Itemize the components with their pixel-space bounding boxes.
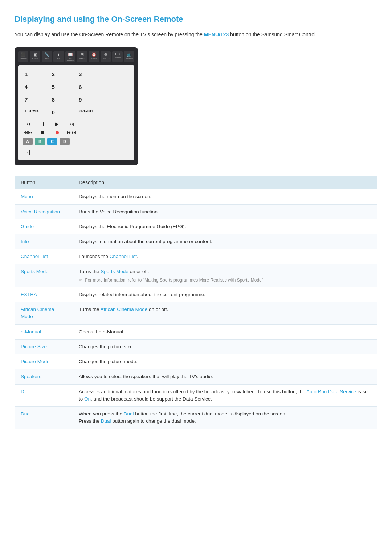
- desc-menu: Displays the menu on the screen.: [73, 189, 377, 204]
- table-row: Menu Displays the menu on the screen.: [15, 189, 377, 204]
- remote-numpad-grid: 1 2 3 4 5 6 7 8 9 TTX/MIX 0 PRE-CH: [23, 68, 130, 118]
- intro-text: You can display and use the On-Screen Re…: [15, 30, 377, 38]
- remote-icon-bar: ⬛Source ▣P.Size 🔧Tools iInfo 📖e-Manual ⊞…: [18, 51, 134, 62]
- num-empty-2: [104, 81, 130, 93]
- table-row: Voice Recognition Runs the Voice Recogni…: [15, 204, 377, 219]
- desc-d: Accesses additional features and functio…: [73, 384, 377, 407]
- num-empty-4: [104, 106, 130, 118]
- num-5: 5: [50, 81, 76, 93]
- button-info: Info: [15, 234, 73, 249]
- info-icon-btn: iInfo: [53, 51, 64, 62]
- num-7: 7: [23, 94, 49, 106]
- stop-icon: ⏹: [37, 130, 48, 135]
- num-2: 2: [50, 68, 76, 80]
- btn-d: D: [60, 138, 70, 145]
- btn-a: A: [23, 138, 33, 145]
- desc-voice-recognition: Runs the Voice Recognition function.: [73, 204, 377, 219]
- table-row: e-Manual Opens the e-Manual.: [15, 324, 377, 339]
- desc-picture-mode: Changes the picture mode.: [73, 354, 377, 369]
- caption-icon-btn: CCCaption: [112, 51, 122, 62]
- table-row: Dual When you press the Dual button the …: [15, 407, 377, 429]
- desc-sports-mode: Turns the Sports Mode on or off. ✏ For m…: [73, 264, 377, 287]
- button-menu: Menu: [15, 189, 73, 204]
- button-dual: Dual: [15, 407, 73, 429]
- button-sports-mode: Sports Mode: [15, 264, 73, 287]
- button-picture-size: Picture Size: [15, 339, 73, 354]
- table-row: Info Displays information about the curr…: [15, 234, 377, 249]
- tab-arrow-icon: →|: [23, 148, 32, 156]
- num-6: 6: [77, 81, 103, 93]
- table-row: EXTRA Displays related information about…: [15, 287, 377, 302]
- transport-row-1: ⏮ ⏸ ▶ ⏭: [23, 120, 130, 128]
- btn-b: B: [35, 138, 45, 145]
- button-channel-list: Channel List: [15, 249, 73, 264]
- table-row: D Accesses additional features and funct…: [15, 384, 377, 407]
- num-9: 9: [77, 94, 103, 106]
- table-row: Picture Size Changes the picture size.: [15, 339, 377, 354]
- button-african-cinema-mode: African Cinema Mode: [15, 302, 73, 325]
- num-0: 0: [50, 106, 76, 118]
- remote-image-area: ⬛Source ▣P.Size 🔧Tools iInfo 📖e-Manual ⊞…: [15, 47, 377, 165]
- arrow-row: →|: [23, 147, 130, 157]
- remote-numpad-area: 1 2 3 4 5 6 7 8 9 TTX/MIX 0 PRE-CH ⏮ ⏸: [18, 65, 134, 160]
- remote-diagram: ⬛Source ▣P.Size 🔧Tools iInfo 📖e-Manual ⊞…: [15, 47, 138, 165]
- pmode-icon-btn: 📺P.Mode: [124, 51, 134, 62]
- desc-emanual: Opens the e-Manual.: [73, 324, 377, 339]
- table-row: Sports Mode Turns the Sports Mode on or …: [15, 264, 377, 287]
- table-row: Channel List Launches the Channel List.: [15, 249, 377, 264]
- table-row: African Cinema Mode Turns the African Ci…: [15, 302, 377, 325]
- button-description-table: Button Description Menu Displays the men…: [15, 176, 377, 429]
- table-row: Picture Mode Changes the picture mode.: [15, 354, 377, 369]
- desc-picture-size: Changes the picture size.: [73, 339, 377, 354]
- num-empty-3: [104, 94, 130, 106]
- desc-extra: Displays related information about the c…: [73, 287, 377, 302]
- num-empty-1: [104, 68, 130, 80]
- num-4: 4: [23, 81, 49, 93]
- source-icon-btn: ⬛Source: [18, 51, 28, 62]
- skip-fwd-icon: ⏭⏭: [66, 130, 77, 135]
- button-d: D: [15, 384, 73, 407]
- desc-info: Displays information about the current p…: [73, 234, 377, 249]
- button-emanual: e-Manual: [15, 324, 73, 339]
- table-row: Guide Displays the Electronic Programme …: [15, 219, 377, 234]
- page-title: Displaying and using the On-Screen Remot…: [15, 15, 377, 24]
- desc-african-cinema-mode: Turns the African Cinema Mode on or off.: [73, 302, 377, 325]
- desc-guide: Displays the Electronic Programme Guide …: [73, 219, 377, 234]
- num-3: 3: [77, 68, 103, 80]
- desc-speakers: Allows you to select the speakers that w…: [73, 369, 377, 384]
- options-icon-btn: ⚙Options: [101, 51, 111, 62]
- num-ttxmix: TTX/MIX: [23, 106, 49, 118]
- table-header-description: Description: [73, 176, 377, 189]
- play-icon: ▶: [52, 121, 62, 127]
- button-extra: EXTRA: [15, 287, 73, 302]
- psize-icon-btn: ▣P.Size: [30, 51, 40, 62]
- table-header-button: Button: [15, 176, 73, 189]
- num-1: 1: [23, 68, 49, 80]
- record-icon: [52, 130, 62, 135]
- desc-channel-list: Launches the Channel List.: [73, 249, 377, 264]
- emanual-icon-btn: 📖e-Manual: [65, 51, 75, 62]
- skip-back-icon: ⏮⏮: [23, 130, 33, 135]
- button-guide: Guide: [15, 219, 73, 234]
- rewind-icon: ⏮: [23, 121, 33, 127]
- btn-c: C: [47, 138, 57, 145]
- alarm-icon-btn: ⏰Alarm: [89, 51, 99, 62]
- num-8: 8: [50, 94, 76, 106]
- menu-icon-btn: ⊞Menu: [77, 51, 87, 62]
- button-voice-recognition: Voice Recognition: [15, 204, 73, 219]
- fast-forward-icon: ⏭: [66, 121, 77, 127]
- desc-dual: When you press the Dual button the first…: [73, 407, 377, 429]
- pause-icon: ⏸: [37, 121, 48, 127]
- num-prech: PRE-CH: [77, 106, 103, 118]
- button-picture-mode: Picture Mode: [15, 354, 73, 369]
- tools-icon-btn: 🔧Tools: [42, 51, 52, 62]
- color-buttons-row: A B C D: [23, 136, 130, 147]
- transport-row-2: ⏮⏮ ⏹ ⏭⏭: [23, 128, 130, 136]
- table-row: Speakers Allows you to select the speake…: [15, 369, 377, 384]
- button-speakers: Speakers: [15, 369, 73, 384]
